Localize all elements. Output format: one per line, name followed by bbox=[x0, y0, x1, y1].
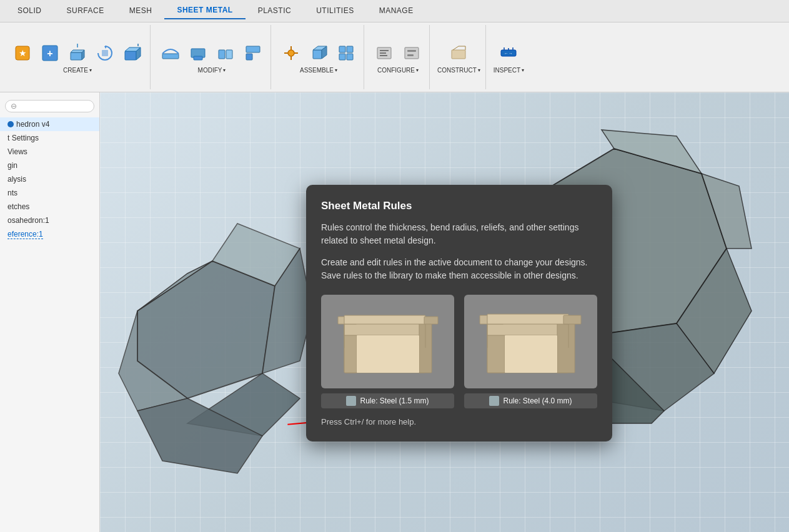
svg-rect-32 bbox=[339, 54, 345, 60]
tab-utilities[interactable]: UTILITIES bbox=[304, 2, 367, 19]
assemble-group: ASSEMBLE ▾ bbox=[274, 25, 364, 89]
sidebar-item-reference[interactable]: eference:1 bbox=[0, 227, 99, 242]
create-add-icon[interactable]: + bbox=[37, 41, 62, 66]
tab-manage[interactable]: MANAGE bbox=[367, 2, 426, 19]
sidebar-item-label: hedron v4 bbox=[16, 120, 49, 129]
popup-rule-label-2: Rule: Steel (4.0 mm) bbox=[503, 397, 572, 405]
sidebar-search[interactable]: ⊖ bbox=[5, 100, 94, 112]
construct-chevron: ▾ bbox=[478, 67, 480, 73]
tab-surface-label: SURFACE bbox=[54, 2, 117, 19]
popup-images: Rule: Steel (1.5 mm) bbox=[321, 295, 597, 408]
tab-mesh-label: MESH bbox=[117, 2, 165, 19]
svg-rect-33 bbox=[347, 54, 353, 60]
sidebar-item-label: nts bbox=[7, 189, 17, 197]
sidebar-item-main[interactable]: hedron v4 bbox=[0, 117, 99, 131]
popup-image-icon-2 bbox=[489, 396, 499, 406]
popup-image-label-1: Rule: Steel (1.5 mm) bbox=[321, 393, 454, 408]
configure-settings-icon[interactable] bbox=[399, 41, 424, 66]
create-box-icon[interactable] bbox=[120, 41, 145, 66]
modify-flange-icon[interactable] bbox=[186, 41, 211, 66]
sidebar-item-sketches[interactable]: etches bbox=[0, 200, 99, 214]
modify-corner-icon[interactable] bbox=[241, 41, 265, 66]
svg-rect-4 bbox=[71, 52, 82, 60]
tab-sheet-metal-label: SHEET METAL bbox=[164, 2, 245, 19]
svg-line-42 bbox=[453, 46, 459, 50]
tab-plastic[interactable]: PLASTIC bbox=[246, 2, 304, 19]
popup-image-box-1 bbox=[321, 295, 454, 388]
sidebar-item-views[interactable]: Views bbox=[0, 145, 99, 159]
popup: Sheet Metal Rules Rules control the thic… bbox=[306, 185, 612, 441]
assemble-component-icon[interactable] bbox=[306, 41, 331, 66]
modify-chevron: ▾ bbox=[223, 67, 226, 73]
create-group: ★ + bbox=[5, 25, 151, 89]
svg-rect-18 bbox=[226, 50, 232, 59]
svg-rect-40 bbox=[407, 54, 414, 56]
construct-plane-icon[interactable] bbox=[446, 41, 471, 66]
svg-text:←→: ←→ bbox=[504, 51, 513, 56]
svg-rect-10 bbox=[125, 51, 136, 60]
sidebar-item-osahedron[interactable]: osahedron:1 bbox=[0, 214, 99, 227]
search-input[interactable] bbox=[17, 102, 92, 110]
search-icon: ⊖ bbox=[11, 102, 17, 111]
construct-label[interactable]: CONSTRUCT ▾ bbox=[437, 67, 480, 74]
popup-image-card-2: Rule: Steel (4.0 mm) bbox=[464, 295, 597, 408]
sidebar-item-label: gin bbox=[7, 161, 17, 170]
create-revolve-icon[interactable] bbox=[92, 41, 117, 66]
modify-icons-row bbox=[158, 41, 265, 66]
popup-rule-label-1: Rule: Steel (1.5 mm) bbox=[360, 397, 429, 405]
modify-group: MODIFY ▾ bbox=[153, 25, 271, 89]
svg-rect-21 bbox=[246, 54, 252, 60]
inspect-group: ←→ INSPECT ▾ bbox=[489, 25, 529, 89]
canvas: Sheet Metal Rules Rules control the thic… bbox=[100, 92, 789, 532]
svg-rect-82 bbox=[487, 314, 568, 324]
tab-mesh[interactable]: MESH bbox=[117, 2, 165, 19]
svg-rect-27 bbox=[313, 50, 322, 59]
inspect-label[interactable]: INSPECT ▾ bbox=[494, 67, 524, 74]
sidebar-item-gin[interactable]: gin bbox=[0, 159, 99, 172]
tab-surface[interactable]: SURFACE bbox=[54, 2, 117, 19]
popup-footer: Press Ctrl+/ for more help. bbox=[321, 417, 597, 426]
sidebar: ⊖ hedron v4 t Settings Views gin alysis … bbox=[0, 92, 100, 532]
inspect-measure-icon[interactable]: ←→ bbox=[496, 41, 521, 66]
configure-label[interactable]: CONFIGURE ▾ bbox=[377, 67, 419, 74]
svg-rect-30 bbox=[339, 46, 345, 52]
tab-plastic-label: PLASTIC bbox=[246, 2, 304, 19]
svg-marker-66 bbox=[344, 323, 425, 335]
create-new-icon[interactable]: ★ bbox=[10, 41, 35, 66]
create-chevron: ▾ bbox=[89, 67, 92, 73]
popup-image-label-2: Rule: Steel (4.0 mm) bbox=[464, 393, 597, 408]
svg-marker-76 bbox=[487, 323, 568, 335]
configure-group: CONFIGURE ▾ bbox=[367, 25, 430, 89]
svg-rect-72 bbox=[344, 315, 425, 324]
modify-unfold-icon[interactable] bbox=[213, 41, 238, 66]
sidebar-item-nts[interactable]: nts bbox=[0, 186, 99, 200]
sidebar-item-label: osahedron:1 bbox=[7, 216, 49, 225]
sidebar-item-label: etches bbox=[7, 202, 29, 211]
sidebar-item-analysis[interactable]: alysis bbox=[0, 172, 99, 186]
assemble-label[interactable]: ASSEMBLE ▾ bbox=[300, 67, 337, 74]
assemble-joint-icon[interactable] bbox=[279, 41, 304, 66]
svg-marker-8 bbox=[104, 46, 107, 49]
tab-solid[interactable]: SOLID bbox=[5, 2, 54, 19]
tab-solid-label: SOLID bbox=[5, 2, 54, 19]
sidebar-item-settings[interactable]: t Settings bbox=[0, 131, 99, 145]
svg-rect-31 bbox=[347, 46, 353, 52]
modify-label[interactable]: MODIFY ▾ bbox=[198, 67, 226, 74]
svg-rect-78 bbox=[505, 335, 557, 373]
assemble-chevron: ▾ bbox=[335, 67, 337, 73]
svg-rect-9 bbox=[102, 50, 108, 56]
tab-sheet-metal[interactable]: SHEET METAL bbox=[164, 2, 245, 19]
top-bar: SOLID SURFACE MESH SHEET METAL PLASTIC U… bbox=[0, 0, 789, 92]
create-label[interactable]: CREATE ▾ bbox=[63, 67, 92, 74]
svg-rect-83 bbox=[563, 315, 581, 324]
construct-icons-row bbox=[446, 41, 471, 66]
tab-utilities-label: UTILITIES bbox=[304, 2, 367, 19]
create-extrude-icon[interactable] bbox=[65, 41, 90, 66]
svg-rect-38 bbox=[405, 47, 419, 59]
svg-rect-39 bbox=[407, 50, 416, 52]
assemble-pattern-icon[interactable] bbox=[334, 41, 359, 66]
configure-rules-icon[interactable] bbox=[372, 41, 397, 66]
svg-rect-77 bbox=[557, 323, 575, 373]
svg-rect-17 bbox=[219, 50, 225, 59]
modify-bend-icon[interactable] bbox=[158, 41, 183, 66]
